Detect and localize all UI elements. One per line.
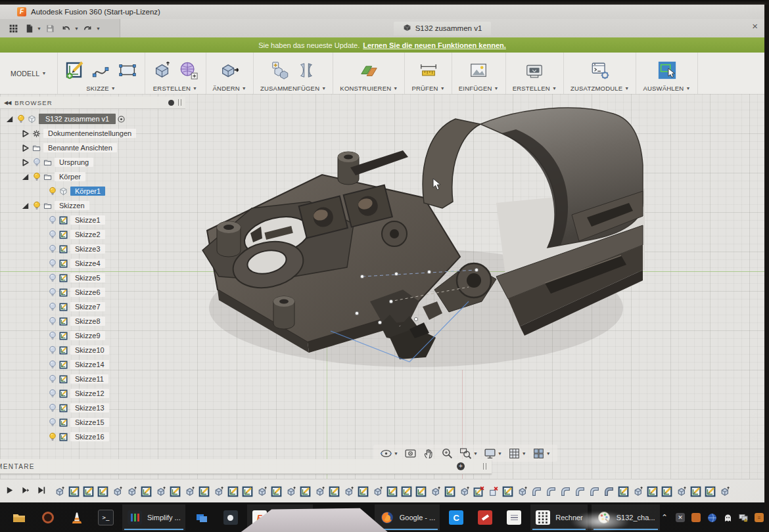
ribbon-group-label[interactable]: ERSTELLEN▼ <box>153 85 197 92</box>
timeline-feature-extrude-icon[interactable] <box>155 486 166 497</box>
taskbar-item-vlc[interactable] <box>64 504 89 531</box>
tree-row-label[interactable]: Skizze6 <box>70 288 105 297</box>
timeline-feature-extrude-icon[interactable] <box>314 486 325 497</box>
tree-row-label[interactable]: Körper1 <box>70 187 105 196</box>
timeline-feature-sketch-icon[interactable] <box>690 486 701 497</box>
ribbon-group-label[interactable]: PRÜFEN▼ <box>411 85 444 92</box>
timeline-feature-sketch-icon[interactable] <box>386 486 398 497</box>
zoom-icon[interactable] <box>441 447 454 460</box>
timeline-feature-sketch-icon[interactable] <box>415 486 427 497</box>
timeline-feature-fillet-icon[interactable] <box>546 486 557 497</box>
chevron-down-icon[interactable]: ▼ <box>37 26 41 31</box>
chevron-down-icon[interactable]: ▼ <box>546 451 551 456</box>
timeline-feature-fillet-icon[interactable] <box>531 486 542 497</box>
measure-icon[interactable] <box>418 60 439 81</box>
taskbar-item-firefox[interactable]: Google - ... <box>375 504 440 531</box>
ribbon-group-label[interactable]: AUSWÄHLEN▼ <box>643 85 690 92</box>
tree-row-label[interactable]: Skizze7 <box>70 302 105 311</box>
timeline-feature-sketch-icon[interactable] <box>83 486 94 497</box>
tree-row-label[interactable]: Benannte Ansichten <box>43 143 117 152</box>
timeline-feature-extrude-icon[interactable] <box>343 486 354 497</box>
timeline-feature-extrude-icon[interactable] <box>184 486 195 497</box>
tree-row-skizze1[interactable]: Skizze1 <box>0 213 185 227</box>
rectangle-icon[interactable] <box>117 60 138 81</box>
display-settings-icon[interactable]: ▼ <box>484 447 502 460</box>
grid-settings-icon[interactable]: ▼ <box>508 447 526 460</box>
timeline-feature-fillet-icon[interactable] <box>589 486 600 497</box>
pan-icon[interactable] <box>423 447 435 460</box>
timeline-feature-sketch-icon[interactable] <box>647 486 658 497</box>
tree-row-skizze8[interactable]: Skizze8 <box>0 314 185 328</box>
tree-row-label[interactable]: Skizze9 <box>70 331 105 340</box>
timeline-feature-sketch-icon[interactable] <box>198 486 210 497</box>
timeline-feature-fillet-icon[interactable] <box>560 486 571 497</box>
timeline-feature-extrude-icon[interactable] <box>676 486 687 497</box>
tree-row-label[interactable]: Skizze14 <box>70 360 109 369</box>
timeline-feature-sketch-icon[interactable] <box>68 486 80 497</box>
tray-monitors-warning-icon[interactable] <box>739 513 749 523</box>
tree-row-skizze9[interactable]: Skizze9 <box>0 328 185 343</box>
viewports-icon[interactable]: ▼ <box>532 447 551 460</box>
workspace-switcher[interactable]: MODELL▼ <box>0 53 58 94</box>
tree-row-skizze16[interactable]: Skizze16 <box>0 430 185 444</box>
plane-icon[interactable] <box>358 60 379 81</box>
visibility-bulb-icon[interactable] <box>47 215 58 225</box>
timeline-feature-sketch-icon[interactable] <box>661 486 672 497</box>
timeline-feature-extrude-icon[interactable] <box>126 486 137 497</box>
step-forward-button[interactable] <box>21 485 30 497</box>
timeline-feature-extrude-icon[interactable] <box>430 486 441 497</box>
ribbon-group-label[interactable]: ÄNDERN▼ <box>213 85 246 92</box>
timeline-feature-extrude-icon[interactable] <box>285 486 296 497</box>
tree-row-skizze10[interactable]: Skizze10 <box>0 343 185 357</box>
scripts-icon[interactable] <box>590 60 611 81</box>
timeline-feature-sketch-icon[interactable] <box>227 486 239 497</box>
timeline-feature-sketch-icon[interactable] <box>502 486 513 497</box>
tree-row-label[interactable]: Dokumenteneinstellungen <box>43 129 136 138</box>
timeline-feature-extrude-icon[interactable] <box>256 486 268 497</box>
zoom-window-icon[interactable]: ▼ <box>459 447 478 460</box>
tree-row-label[interactable]: Skizzen <box>55 201 89 210</box>
chevron-down-icon[interactable]: ▼ <box>74 26 79 31</box>
tree-row-label[interactable]: Skizze16 <box>70 432 109 441</box>
visibility-bulb-icon[interactable] <box>47 403 58 413</box>
timeline-feature-sketch-icon[interactable] <box>141 486 152 497</box>
panel-dot-icon[interactable] <box>168 100 174 106</box>
tree-row-label[interactable]: Körper <box>55 172 85 181</box>
joint-icon[interactable] <box>296 60 317 81</box>
spline-icon[interactable] <box>91 60 112 81</box>
timeline-feature-extrude-icon[interactable] <box>632 486 643 497</box>
chevron-down-icon[interactable]: ▼ <box>522 451 526 456</box>
tray-x-icon[interactable]: ✕ <box>676 513 686 523</box>
collapse-arrow-icon[interactable] <box>20 157 31 167</box>
timeline-feature-sketch-icon[interactable] <box>705 486 716 497</box>
tree-row-körper[interactable]: Körper <box>0 169 185 184</box>
close-icon[interactable]: × <box>752 21 758 32</box>
activate-component-radio-icon[interactable] <box>116 114 127 124</box>
collapse-arrow-icon[interactable] <box>20 143 31 153</box>
tree-row-dokumenteneinstellungen[interactable]: Dokumenteneinstellungen <box>0 126 185 141</box>
tree-row-label[interactable]: S132 zusammen v1 <box>39 114 116 124</box>
visibility-bulb-icon[interactable] <box>47 186 58 196</box>
visibility-bulb-icon[interactable] <box>31 157 42 167</box>
data-panel-icon[interactable] <box>7 22 20 35</box>
tree-row-skizze15[interactable]: Skizze15 <box>0 415 185 430</box>
taskbar-item-cura[interactable]: C <box>444 504 469 531</box>
tree-row-label[interactable]: Skizze11 <box>70 374 108 384</box>
visibility-bulb-icon[interactable] <box>15 114 26 124</box>
taskbar-item-dark-app[interactable] <box>218 504 243 531</box>
tree-row-s132-zusammen-v1[interactable]: S132 zusammen v1 <box>0 112 185 126</box>
tree-row-skizze11[interactable]: Skizze11 <box>0 372 185 386</box>
visibility-bulb-icon[interactable] <box>47 345 58 355</box>
comments-grip-icon[interactable] <box>483 463 486 470</box>
visibility-bulb-icon[interactable] <box>47 388 58 399</box>
timeline-feature-sketch-icon[interactable] <box>401 486 412 497</box>
tree-row-label[interactable]: Skizze10 <box>70 345 109 355</box>
visibility-bulb-icon[interactable] <box>31 171 42 182</box>
play-button[interactable] <box>5 485 14 497</box>
collapse-arrow-icon[interactable] <box>20 128 31 139</box>
taskbar-item-document[interactable] <box>501 504 526 531</box>
tree-row-label[interactable]: Skizze1 <box>70 215 105 225</box>
timeline-feature-sketch-icon[interactable] <box>170 486 181 497</box>
ribbon-group-label[interactable]: ZUSAMMENFÜGEN▼ <box>260 85 326 92</box>
viewport[interactable]: ◀◀ BROWSER S132 zusammen v1Dokumentenein… <box>0 94 764 502</box>
